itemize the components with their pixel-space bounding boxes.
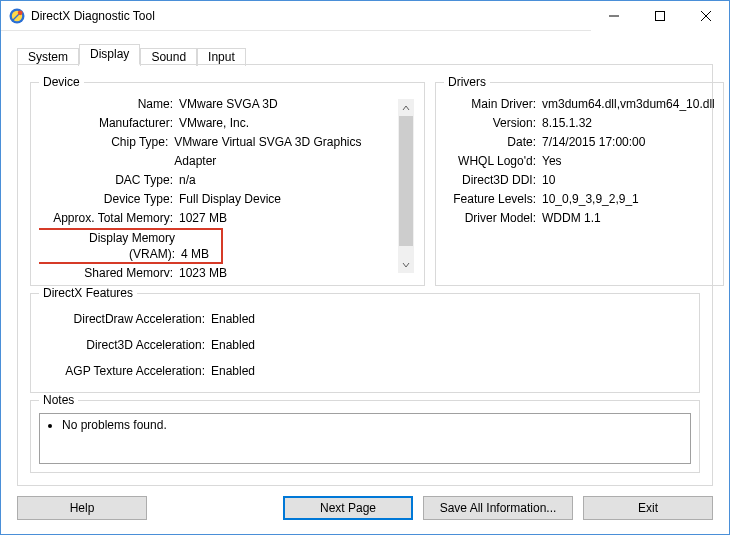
dxfeat-d3d-label: Direct3D Acceleration: [39,332,209,358]
app-icon [9,8,25,24]
driver-model-value: WDDM 1.1 [540,209,601,228]
tab-display[interactable]: Display [79,44,140,65]
device-scrollbar[interactable] [398,99,414,273]
device-manufacturer-row: Manufacturer:VMware, Inc. [39,114,398,133]
device-vram-label: Display Memory (VRAM): [41,230,179,262]
tab-strip: System Display Sound Input [1,31,729,64]
group-device: Device Name:VMware SVGA 3D Manufacturer:… [30,75,425,286]
close-button[interactable] [683,1,729,31]
device-name-value: VMware SVGA 3D [177,95,278,114]
device-sharedmem-value: 1023 MB [177,264,227,277]
device-dac-row: DAC Type:n/a [39,171,398,190]
driver-date-value: 7/14/2015 17:00:00 [540,133,645,152]
driver-main-row: Main Driver:vm3dum64.dll,vm3dum64_10.dll [444,95,715,114]
device-chip-value: VMware Virtual SVGA 3D Graphics Adapter [172,133,398,171]
device-sharedmem-label: Shared Memory: [39,264,177,277]
group-device-legend: Device [39,75,84,89]
driver-ddi-label: Direct3D DDI: [444,171,540,190]
scroll-thumb[interactable] [399,116,413,246]
maximize-button[interactable] [637,1,683,31]
device-totalmem-label: Approx. Total Memory: [39,209,177,228]
driver-main-label: Main Driver: [444,95,540,114]
notes-item: No problems found. [62,418,684,432]
group-notes-legend: Notes [39,393,78,407]
driver-ddi-row: Direct3D DDI:10 [444,171,715,190]
device-type-value: Full Display Device [177,190,281,209]
notes-textbox[interactable]: No problems found. [39,413,691,464]
driver-whql-value: Yes [540,152,562,171]
device-vram-row: Display Memory (VRAM):4 MB [39,228,398,264]
scroll-up-button[interactable] [398,99,414,116]
driver-main-value: vm3dum64.dll,vm3dum64_10.dll [540,95,715,114]
dxfeat-d3d-row: Direct3D Acceleration:Enabled [39,332,691,358]
device-name-row: Name:VMware SVGA 3D [39,95,398,114]
device-totalmem-value: 1027 MB [177,209,227,228]
driver-date-row: Date:7/14/2015 17:00:00 [444,133,715,152]
driver-version-row: Version:8.15.1.32 [444,114,715,133]
device-vram-highlight: Display Memory (VRAM):4 MB [39,228,223,264]
window-title: DirectX Diagnostic Tool [31,9,155,23]
device-chip-label: Chip Type: [39,133,172,171]
device-type-label: Device Type: [39,190,177,209]
scroll-track[interactable] [398,116,414,256]
device-dac-label: DAC Type: [39,171,177,190]
group-dxfeat-legend: DirectX Features [39,286,137,300]
dxfeat-agp-label: AGP Texture Acceleration: [39,358,209,384]
device-manufacturer-value: VMware, Inc. [177,114,249,133]
save-all-button[interactable]: Save All Information... [423,496,573,520]
driver-whql-row: WHQL Logo'd:Yes [444,152,715,171]
device-type-row: Device Type:Full Display Device [39,190,398,209]
driver-version-label: Version: [444,114,540,133]
minimize-button[interactable] [591,1,637,31]
group-directx-features: DirectX Features DirectDraw Acceleration… [30,286,700,393]
scroll-down-button[interactable] [398,256,414,273]
device-dac-value: n/a [177,171,196,190]
driver-model-label: Driver Model: [444,209,540,228]
device-manufacturer-label: Manufacturer: [39,114,177,133]
dxfeat-agp-value: Enabled [209,358,255,384]
svg-point-2 [18,10,23,15]
driver-whql-label: WHQL Logo'd: [444,152,540,171]
driver-feat-value: 10_0,9_3,9_2,9_1 [540,190,639,209]
device-sharedmem-row: Shared Memory:1023 MB [39,264,398,277]
tab-panel-display: Device Name:VMware SVGA 3D Manufacturer:… [17,64,713,486]
exit-button[interactable]: Exit [583,496,713,520]
group-notes: Notes No problems found. [30,393,700,473]
device-scroll-area: Name:VMware SVGA 3D Manufacturer:VMware,… [39,95,416,277]
group-drivers: Drivers Main Driver:vm3dum64.dll,vm3dum6… [435,75,724,286]
group-drivers-legend: Drivers [444,75,490,89]
button-row: Help Next Page Save All Information... E… [1,486,729,534]
dxfeat-directdraw-row: DirectDraw Acceleration:Enabled [39,306,691,332]
driver-feat-label: Feature Levels: [444,190,540,209]
title-bar: DirectX Diagnostic Tool [1,1,729,31]
driver-date-label: Date: [444,133,540,152]
driver-ddi-value: 10 [540,171,555,190]
driver-model-row: Driver Model:WDDM 1.1 [444,209,715,228]
dxfeat-agp-row: AGP Texture Acceleration:Enabled [39,358,691,384]
device-name-label: Name: [39,95,177,114]
driver-version-value: 8.15.1.32 [540,114,592,133]
help-button[interactable]: Help [17,496,147,520]
dxfeat-d3d-value: Enabled [209,332,255,358]
driver-feat-row: Feature Levels:10_0,9_3,9_2,9_1 [444,190,715,209]
svg-rect-3 [656,11,665,20]
dxfeat-directdraw-value: Enabled [209,306,255,332]
device-totalmem-row: Approx. Total Memory:1027 MB [39,209,398,228]
dxfeat-directdraw-label: DirectDraw Acceleration: [39,306,209,332]
device-vram-value: 4 MB [179,246,219,262]
next-page-button[interactable]: Next Page [283,496,413,520]
device-chip-row: Chip Type:VMware Virtual SVGA 3D Graphic… [39,133,398,171]
